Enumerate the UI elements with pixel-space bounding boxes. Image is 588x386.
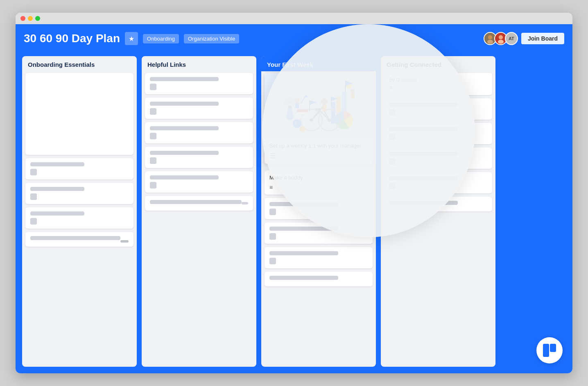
card-week-6[interactable] [265,272,373,286]
avatar-initials: AT [505,32,518,45]
svg-point-2 [487,40,493,44]
col3-content: 22 [261,71,376,367]
column-your-first-week: Your First Week [261,56,376,367]
column-getting-connected: Getting Connected By D ≡ [381,56,495,367]
card-connect-5[interactable] [384,172,492,193]
board-columns: Onboarding Essentials [16,53,572,373]
maximize-button[interactable] [35,16,40,21]
card-connect-3[interactable] [384,123,492,144]
header-right: AT Join Board [484,32,564,45]
card-connect-4[interactable] [384,148,492,169]
svg-point-40 [300,126,305,132]
card-connect-6[interactable] [384,197,492,211]
column-onboarding-essentials: Onboarding Essentials [22,56,137,367]
card-week-3[interactable] [265,198,373,219]
card-week-5[interactable] [265,247,373,268]
org-visible-tag[interactable]: Organization Visible [184,34,239,43]
minimize-button[interactable] [28,16,33,21]
svg-point-39 [294,121,297,124]
card-author-text: By D [389,77,487,83]
card-link-4[interactable] [145,147,253,168]
card-featured-description: Set up a weekly 1:1 with your manager [269,143,368,149]
card-link-5[interactable] [145,171,253,193]
card-text-2[interactable] [25,183,133,204]
card-empty-1[interactable] [25,73,133,155]
board-container: 30 60 90 Day Plan ★ Onboarding Organizat… [16,24,572,373]
board-header: 30 60 90 Day Plan ★ Onboarding Organizat… [16,24,572,53]
svg-point-6 [498,40,504,44]
card-menu-icon[interactable]: ☰ [269,152,368,160]
card-link-3[interactable] [145,122,253,143]
star-icon: ★ [129,35,134,43]
trello-badge[interactable] [536,337,563,363]
card-buddy[interactable]: Make a buddy ≡ [265,170,373,195]
card-link-1[interactable] [145,73,253,94]
svg-point-3 [488,35,492,39]
svg-point-38 [293,119,301,128]
card-text-4[interactable] [25,232,133,247]
col2-header: Helpful Links [142,56,256,71]
card-featured-body: Set up a weekly 1:1 with your manager ☰ [265,139,373,164]
svg-rect-44 [288,106,292,108]
title-bar [16,13,572,24]
avatar-group: AT [484,32,518,45]
card-link-6[interactable] [145,196,253,211]
svg-text:22: 22 [301,114,304,117]
svg-rect-56 [543,344,549,357]
card-author-menu[interactable]: ≡ [389,84,392,91]
svg-point-48 [294,98,299,103]
card-buddy-title: Make a buddy [269,175,368,181]
card-text-1[interactable] [25,158,133,179]
close-button[interactable] [20,16,25,21]
svg-rect-28 [315,108,320,110]
card-featured[interactable]: 22 [265,73,373,164]
svg-rect-55 [351,93,355,98]
col2-content [142,71,256,367]
card-by-author[interactable]: By D ≡ [384,73,492,95]
app-window: 30 60 90 Day Plan ★ Onboarding Organizat… [16,13,572,373]
join-board-button[interactable]: Join Board [521,33,564,44]
board-title: 30 60 90 Day Plan [24,32,120,45]
col1-header: Onboarding Essentials [22,56,137,71]
svg-rect-57 [550,344,556,352]
card-featured-image: 22 [265,73,373,139]
svg-rect-42 [297,109,308,112]
svg-rect-49 [295,103,299,108]
card-text-3[interactable] [25,207,133,229]
col4-header: Getting Connected [381,56,495,71]
svg-point-29 [321,98,328,105]
svg-point-54 [351,89,355,94]
column-helpful-links: Helpful Links [142,56,256,367]
svg-point-7 [499,35,503,39]
star-button[interactable]: ★ [125,32,138,45]
col3-header: Your First Week [261,56,376,71]
card-link-2[interactable] [145,98,253,119]
onboarding-tag[interactable]: Onboarding [143,34,179,43]
card-connect-2[interactable] [384,98,492,120]
col1-content [22,71,137,367]
card-buddy-menu: ≡ [269,184,368,191]
card-week-4[interactable] [265,223,373,244]
col4-content: By D ≡ [381,71,495,367]
